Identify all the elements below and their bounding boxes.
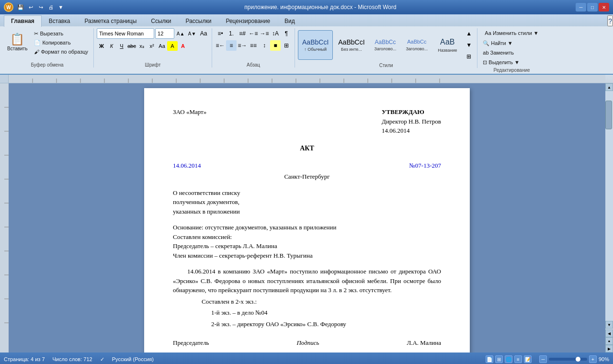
paste-button[interactable]: 📋 Вставить — [4, 28, 31, 56]
font-name-input[interactable] — [97, 28, 154, 39]
text-effects-btn[interactable]: Аa — [157, 41, 167, 51]
replace-btn[interactable]: ab Заменить — [480, 48, 516, 57]
style-title[interactable]: АаВ Название — [433, 30, 462, 60]
tab-review[interactable]: Рецензирование — [218, 15, 277, 26]
scroll-track[interactable] — [605, 91, 613, 321]
style-h2-label: Заголово... — [406, 46, 428, 51]
doc-org-left: ЗАО «Март» — [173, 107, 206, 136]
outline-view-btn[interactable]: ≡ — [514, 355, 522, 363]
multilevel-btn[interactable]: ≡# — [237, 28, 248, 39]
justify-btn[interactable]: ≡≡ — [248, 40, 259, 51]
chairman-line: Председатель – секретарь Л.А. Малина — [173, 241, 441, 251]
tab-references[interactable]: Ссылки — [144, 15, 178, 26]
doc-meta-row: 14.06.2014 №07-13-207 — [173, 161, 441, 171]
superscript-button[interactable]: x² — [147, 41, 157, 51]
ribbon-help-btn[interactable]: ? — [607, 15, 613, 26]
minimize-button[interactable]: ─ — [576, 3, 586, 11]
format-painter-button[interactable]: 🖌 Формат по образцу — [32, 47, 91, 56]
doc-basis: Основание: отсутствие документов, указан… — [173, 223, 441, 260]
language[interactable]: Русский (Россия) — [112, 356, 154, 362]
underline-button[interactable]: Ч — [117, 41, 126, 51]
tab-mailings[interactable]: Рассылки — [179, 15, 219, 26]
subject-line1: О несоответствии списку — [173, 188, 441, 198]
full-screen-btn[interactable]: ⊞ — [495, 355, 503, 363]
scroll-next-page-btn[interactable]: ▶ — [605, 345, 613, 353]
redo-quick-btn[interactable]: ↪ — [36, 3, 45, 11]
horizontal-ruler[interactable] — [0, 75, 613, 83]
cut-button[interactable]: ✂ Вырезать — [32, 29, 91, 38]
web-view-btn[interactable]: 🌐 — [505, 355, 512, 363]
change-styles-icon: Аа — [485, 30, 491, 36]
status-bar: Страница: 4 из 7 Число слов: 712 ✓ Русск… — [0, 353, 613, 364]
word-count-text: Число слов: 712 — [53, 356, 92, 362]
office-button[interactable]: W — [4, 2, 13, 12]
font-size-input[interactable] — [155, 28, 174, 39]
tab-view[interactable]: Вид — [277, 15, 302, 26]
font-color-btn[interactable]: A — [178, 41, 188, 51]
vertical-scrollbar[interactable]: ▲ ▼ ◀ ● ▶ — [605, 83, 613, 353]
copies-line2: 2-й экз. – директору ОАО «Эрсико» С.В. Ф… — [173, 319, 441, 329]
print-quick-btn[interactable]: 🖨 — [46, 3, 55, 11]
zoom-thumb[interactable] — [576, 357, 580, 362]
subscript-button[interactable]: x₂ — [137, 41, 147, 51]
word-count[interactable]: Число слов: 712 — [53, 356, 92, 362]
save-quick-btn[interactable]: 💾 — [16, 3, 25, 11]
tab-page-layout[interactable]: Разметка страницы — [77, 15, 144, 26]
select-btn[interactable]: ⊡ Выделить ▼ — [480, 58, 522, 67]
styles-scroll-up[interactable]: ▲ — [464, 28, 474, 39]
decrease-font-btn[interactable]: A▼ — [187, 28, 197, 39]
bold-button[interactable]: Ж — [97, 41, 106, 51]
shading-btn[interactable]: ■ — [270, 40, 281, 51]
copy-button[interactable]: 📄 Копировать — [32, 38, 91, 47]
zoom-out-btn[interactable]: ─ — [539, 355, 547, 363]
tab-insert[interactable]: Вставка — [42, 15, 78, 26]
strikethrough-button[interactable]: abc — [127, 41, 136, 51]
show-marks-btn[interactable]: ¶ — [281, 28, 292, 39]
align-right-btn[interactable]: ≡→ — [237, 40, 248, 51]
document-area[interactable]: ЗАО «Март» УТВЕРЖДАЮ Директор Н.В. Петро… — [9, 83, 605, 353]
bullets-btn[interactable]: ≡• — [215, 28, 226, 39]
find-btn[interactable]: 🔍 Найти ▼ — [480, 39, 515, 47]
draft-view-btn[interactable]: 📝 — [524, 355, 532, 363]
sort-btn[interactable]: ↕A — [270, 28, 281, 39]
increase-indent-btn[interactable]: →≡ — [259, 28, 270, 39]
italic-button[interactable]: К — [107, 41, 116, 51]
office-logo-area: W 💾 ↩ ↪ 🖨 ▼ — [4, 2, 65, 12]
scroll-select-obj-btn[interactable]: ● — [605, 337, 613, 345]
zoom-track[interactable] — [549, 358, 587, 361]
clear-format-btn[interactable]: Aa — [198, 28, 209, 39]
styles-scroll-down[interactable]: ▼ — [464, 40, 474, 50]
highlight-btn[interactable]: A — [167, 41, 178, 51]
align-left-btn[interactable]: ≡← — [215, 40, 226, 51]
spell-check[interactable]: ✓ — [100, 356, 104, 363]
style-heading2[interactable]: AaBbCc Заголово... — [401, 30, 432, 60]
select-label: Выделить — [488, 59, 513, 65]
style-no-spacing[interactable]: AaBbCcI Без инте... — [334, 30, 369, 60]
change-styles-btn[interactable]: Аа Изменить стили ▼ — [480, 28, 543, 38]
zoom-control: ─ + 90% — [539, 355, 609, 363]
maximize-button[interactable]: □ — [587, 3, 598, 11]
style-heading1[interactable]: AaBbCc Заголово... — [370, 30, 401, 60]
undo-quick-btn[interactable]: ↩ — [26, 3, 35, 11]
customize-btn[interactable]: ▼ — [57, 3, 65, 11]
tab-home[interactable]: Главная — [4, 15, 42, 27]
close-button[interactable]: ✕ — [599, 3, 609, 11]
zoom-in-btn[interactable]: + — [589, 355, 597, 363]
styles-more[interactable]: ⊞ — [464, 51, 474, 62]
align-center-btn[interactable]: ≡ — [226, 40, 237, 51]
sig-label2: Подпись — [296, 351, 318, 353]
borders-btn[interactable]: ⊞ — [281, 40, 292, 51]
scroll-thumb[interactable] — [605, 101, 612, 129]
decrease-indent-btn[interactable]: ←≡ — [248, 28, 259, 39]
print-view-btn[interactable]: 📄 — [486, 355, 493, 363]
scroll-down-btn[interactable]: ▼ — [605, 321, 613, 329]
style-normal[interactable]: AaBbCcI ↑ Обычный — [298, 30, 333, 60]
ribbon: Главная Вставка Разметка страницы Ссылки… — [0, 14, 613, 75]
increase-font-btn[interactable]: A▲ — [175, 28, 186, 39]
scroll-up-btn[interactable]: ▲ — [605, 83, 613, 91]
spell-icon: ✓ — [100, 356, 104, 363]
line-spacing-btn[interactable]: ↕ — [259, 40, 270, 51]
scroll-prev-page-btn[interactable]: ◀ — [605, 330, 613, 337]
numbering-btn[interactable]: 1. — [226, 28, 237, 39]
page-info[interactable]: Страница: 4 из 7 — [4, 356, 45, 362]
